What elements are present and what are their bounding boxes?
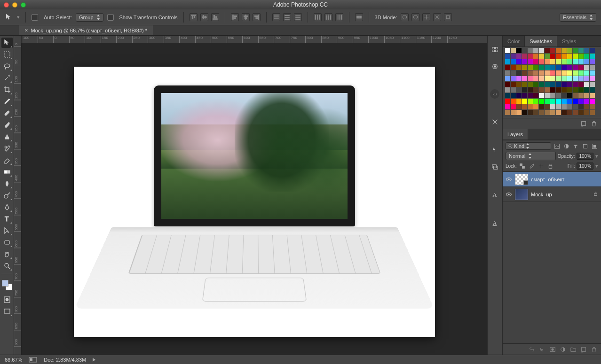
swatch[interactable]: [550, 110, 555, 115]
lock-transparency-icon[interactable]: [519, 162, 526, 170]
character-panel-icon[interactable]: A: [490, 190, 500, 200]
crop-tool[interactable]: [1, 85, 13, 95]
swatch[interactable]: [511, 65, 516, 70]
swatch[interactable]: [567, 93, 572, 98]
swatch[interactable]: [528, 104, 533, 109]
swatch[interactable]: [567, 59, 572, 64]
swatch[interactable]: [545, 54, 550, 59]
layer-list[interactable]: смарт_объект Mock_up: [503, 172, 601, 343]
swatch[interactable]: [573, 76, 578, 81]
align-vertical-centers-icon[interactable]: [200, 13, 208, 21]
swatch[interactable]: [533, 59, 538, 64]
swatch[interactable]: [522, 82, 527, 87]
styles-tab[interactable]: Styles: [557, 36, 581, 46]
swatch[interactable]: [545, 93, 550, 98]
lasso-tool[interactable]: [1, 61, 13, 71]
swatch[interactable]: [578, 87, 584, 93]
lock-all-icon[interactable]: [547, 162, 554, 170]
path-selection-tool[interactable]: [1, 225, 13, 236]
swatch[interactable]: [590, 59, 595, 64]
swatch[interactable]: [556, 59, 561, 64]
layer-name-label[interactable]: смарт_объект: [531, 177, 598, 182]
hand-tool[interactable]: [1, 249, 13, 259]
3d-drag-icon[interactable]: [422, 13, 430, 21]
swatch[interactable]: [556, 87, 561, 93]
swatch[interactable]: [511, 48, 516, 53]
delete-layer-icon[interactable]: [591, 346, 597, 353]
swatch[interactable]: [578, 82, 584, 87]
swatch[interactable]: [584, 70, 589, 76]
swatch[interactable]: [511, 76, 516, 81]
swatch[interactable]: [516, 54, 522, 59]
swatch[interactable]: [539, 99, 544, 104]
artboard[interactable]: [74, 67, 435, 337]
swatch[interactable]: [578, 93, 584, 98]
layer-row[interactable]: Mock_up: [503, 187, 601, 202]
swatch[interactable]: [539, 93, 544, 98]
swatch[interactable]: [528, 59, 533, 64]
swatch[interactable]: [561, 82, 567, 87]
layer-filter-kind-dropdown[interactable]: Kind: [506, 142, 551, 150]
swatch[interactable]: [573, 99, 578, 104]
swatch[interactable]: [561, 65, 567, 70]
swatch[interactable]: [561, 93, 567, 98]
color-tab[interactable]: Color: [503, 36, 525, 46]
swatch[interactable]: [590, 48, 595, 53]
magic-wand-tool[interactable]: [1, 73, 13, 83]
swatch[interactable]: [505, 104, 510, 109]
swatch[interactable]: [573, 48, 578, 53]
swatch[interactable]: [522, 65, 527, 70]
opacity-value[interactable]: 100%: [577, 153, 593, 160]
align-right-edges-icon[interactable]: [253, 13, 261, 21]
swatch[interactable]: [522, 93, 527, 98]
layer-thumbnail[interactable]: [515, 189, 528, 200]
swatch[interactable]: [556, 93, 561, 98]
move-tool[interactable]: [1, 38, 13, 48]
swatch[interactable]: [533, 70, 538, 76]
visibility-toggle-icon[interactable]: [506, 176, 512, 183]
swatch[interactable]: [511, 99, 516, 104]
screen-mode-toggle[interactable]: [1, 306, 13, 317]
swatch[interactable]: [539, 104, 544, 109]
dodge-tool[interactable]: [1, 190, 13, 201]
close-window-button[interactable]: [4, 2, 9, 8]
swatch[interactable]: [511, 54, 516, 59]
swatch[interactable]: [550, 93, 555, 98]
swatch[interactable]: [539, 65, 544, 70]
swatch[interactable]: [573, 93, 578, 98]
swatch[interactable]: [545, 82, 550, 87]
swatch[interactable]: [533, 54, 538, 59]
swatch[interactable]: [505, 65, 510, 70]
swatch[interactable]: [550, 104, 555, 109]
swatch[interactable]: [505, 99, 510, 104]
doc-info[interactable]: Doc: 2.83M/4.83M: [44, 357, 86, 363]
swatch[interactable]: [556, 54, 561, 59]
swatch[interactable]: [567, 76, 572, 81]
swatch[interactable]: [528, 87, 533, 93]
swatch[interactable]: [556, 110, 561, 115]
swatch[interactable]: [590, 104, 595, 109]
swatch[interactable]: [573, 65, 578, 70]
swatch[interactable]: [567, 70, 572, 76]
swatch[interactable]: [516, 76, 522, 81]
swatch[interactable]: [505, 70, 510, 76]
filter-pixel-icon[interactable]: [553, 142, 561, 150]
swatch[interactable]: [556, 82, 561, 87]
filter-type-icon[interactable]: T: [572, 142, 579, 150]
swatch[interactable]: [561, 87, 567, 93]
swatch[interactable]: [533, 93, 538, 98]
layers-tab[interactable]: Layers: [503, 129, 528, 139]
document-tab[interactable]: × Mock_up.png @ 66.7% (смарт_объект, RGB…: [19, 25, 153, 35]
swatch[interactable]: [511, 93, 516, 98]
swatch[interactable]: [578, 76, 584, 81]
swatch[interactable]: [561, 76, 567, 81]
swatch[interactable]: [516, 99, 522, 104]
swatch[interactable]: [550, 59, 555, 64]
swatch[interactable]: [545, 104, 550, 109]
pen-tool[interactable]: [1, 202, 13, 212]
swatch[interactable]: [522, 99, 527, 104]
canvas-viewport[interactable]: [22, 43, 487, 355]
swatch[interactable]: [505, 82, 510, 87]
swatch[interactable]: [533, 87, 538, 93]
kuler-panel-icon[interactable]: ku: [490, 89, 499, 99]
